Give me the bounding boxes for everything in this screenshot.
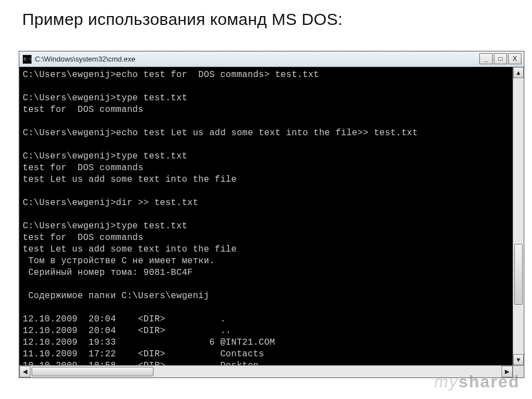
watermark-bold: shared <box>459 372 520 391</box>
vertical-scroll-thumb[interactable] <box>514 244 523 305</box>
console-output[interactable]: C:\Users\ewgenij>echo test for DOS comma… <box>19 67 513 365</box>
page-heading: Пример использования команд MS DOS: <box>22 10 342 29</box>
cmd-window: C:\Windows\system32\cmd.exe _ □ X C:\Use… <box>19 51 524 378</box>
cmd-icon <box>23 55 32 64</box>
scroll-left-button[interactable]: ◀ <box>19 366 30 377</box>
window-title: C:\Windows\system32\cmd.exe <box>35 55 135 63</box>
watermark: myshared <box>434 372 520 391</box>
page-root: Пример использования команд MS DOS: C:\W… <box>0 0 532 399</box>
watermark-light: my <box>434 372 459 391</box>
minimize-button[interactable]: _ <box>479 53 493 64</box>
titlebar[interactable]: C:\Windows\system32\cmd.exe _ □ X <box>19 52 524 67</box>
vertical-scroll-track[interactable] <box>513 78 524 354</box>
window-buttons: _ □ X <box>479 53 521 64</box>
console-wrap: C:\Users\ewgenij>echo test for DOS comma… <box>19 67 524 365</box>
horizontal-scroll-thumb[interactable] <box>32 367 154 376</box>
vertical-scrollbar[interactable]: ▲ ▼ <box>513 67 524 365</box>
close-button[interactable]: X <box>508 53 521 64</box>
maximize-button[interactable]: □ <box>494 53 507 64</box>
horizontal-scroll-track[interactable] <box>30 366 502 377</box>
scroll-down-button[interactable]: ▼ <box>513 354 524 365</box>
scroll-up-button[interactable]: ▲ <box>513 67 524 78</box>
